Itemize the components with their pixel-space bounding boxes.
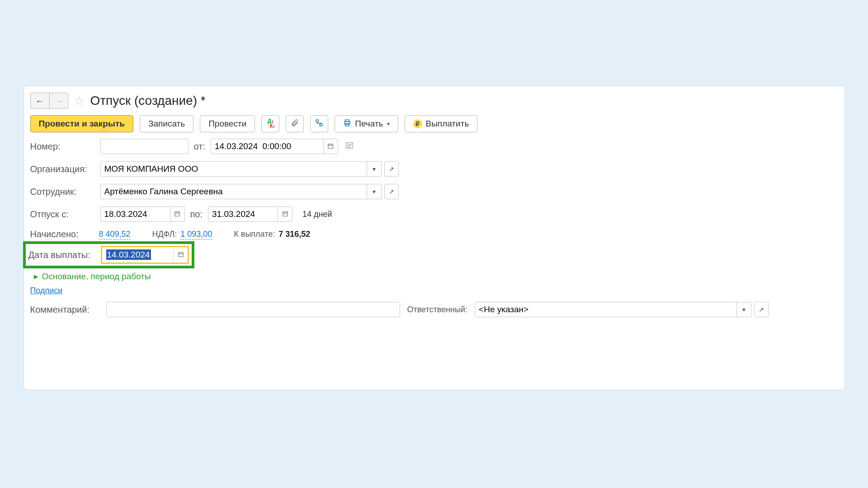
arrow-right-icon: → — [54, 96, 63, 106]
calendar-icon — [174, 211, 180, 218]
to-pay-label: К выплате: — [234, 230, 275, 239]
ndfl-label: НДФЛ: — [152, 230, 177, 239]
svg-rect-0 — [316, 120, 319, 122]
chevron-down-icon: ▾ — [742, 306, 745, 313]
svg-rect-5 — [328, 144, 333, 148]
external-icon: ↗ — [389, 188, 394, 195]
org-input[interactable] — [100, 161, 367, 177]
chevron-down-icon: ▾ — [373, 165, 376, 173]
chevron-down-icon: ▾ — [373, 188, 376, 195]
nav-back-button[interactable]: ← — [30, 93, 49, 109]
days-count: 14 дней — [302, 210, 332, 219]
toolbar: Провести и закрыть Записать Провести ДтК… — [28, 113, 840, 139]
employee-open-button[interactable]: ↗ — [384, 184, 399, 199]
print-button[interactable]: Печать ▾ — [335, 115, 398, 132]
vac-to-input[interactable] — [208, 206, 278, 222]
chevron-down-icon: ▾ — [387, 121, 390, 127]
comment-input[interactable] — [106, 302, 400, 317]
org-dropdown-button[interactable]: ▾ — [367, 161, 382, 177]
svg-rect-7 — [175, 211, 180, 216]
arrow-left-icon: ← — [35, 96, 44, 106]
paperclip-icon — [291, 119, 299, 129]
org-open-button[interactable]: ↗ — [384, 161, 399, 177]
responsible-label: Ответственный: — [407, 305, 468, 314]
post-button[interactable]: Провести — [200, 115, 255, 132]
vac-from-label: Отпуск с: — [30, 209, 100, 220]
form-body: Номер: от: Организация: ▾ ↗ — [28, 139, 840, 317]
debit-credit-button[interactable]: ДтКт — [261, 115, 279, 132]
pay-date-input[interactable]: 14.03.2024 — [104, 249, 171, 261]
pay-button[interactable]: ₽ Выплатить — [405, 115, 478, 132]
accrued-link[interactable]: 8 409,52 — [99, 230, 131, 239]
ruble-icon: ₽ — [413, 119, 422, 128]
external-icon: ↗ — [759, 306, 764, 313]
create-based-on-button[interactable] — [310, 115, 328, 132]
titlebar: ← → ☆ Отпуск (создание) * — [28, 92, 840, 113]
nav-forward-button[interactable]: → — [49, 93, 68, 109]
vac-from-calendar-button[interactable] — [170, 206, 185, 222]
basis-period-expand[interactable]: ▸ Основание, период работы — [34, 271, 838, 282]
to-pay-value: 7 316,52 — [278, 230, 310, 239]
chevron-right-icon: ▸ — [34, 271, 38, 282]
hierarchy-icon — [315, 119, 323, 129]
number-label: Номер: — [30, 141, 100, 152]
comment-label: Комментарий: — [30, 305, 99, 315]
svg-rect-9 — [178, 252, 183, 256]
responsible-input[interactable] — [475, 302, 737, 317]
from-label: от: — [194, 141, 205, 152]
doc-date-calendar-button[interactable] — [324, 139, 338, 154]
pay-date-label: Дата выплаты: — [28, 250, 101, 260]
calendar-icon — [327, 143, 334, 150]
save-button[interactable]: Записать — [140, 115, 193, 132]
ndfl-link[interactable]: 1 093,00 — [180, 230, 212, 239]
number-input[interactable] — [100, 139, 189, 154]
employee-dropdown-button[interactable]: ▾ — [367, 184, 382, 199]
accrued-label: Начислено: — [30, 229, 99, 239]
notes-icon[interactable] — [345, 142, 354, 151]
vacation-form-window: ← → ☆ Отпуск (создание) * Провести и зак… — [24, 86, 845, 390]
employee-label: Сотрудник: — [30, 187, 100, 197]
signatures-link[interactable]: Подписи — [30, 286, 63, 295]
printer-icon — [343, 119, 351, 129]
debit-credit-icon: ДтКт — [266, 119, 275, 129]
responsible-dropdown-button[interactable]: ▾ — [737, 302, 751, 317]
vac-to-calendar-button[interactable] — [278, 206, 292, 222]
to-label: по: — [190, 209, 203, 220]
calendar-icon — [178, 251, 184, 259]
calendar-icon — [282, 211, 288, 218]
post-and-close-button[interactable]: Провести и закрыть — [30, 115, 134, 132]
responsible-open-button[interactable]: ↗ — [754, 302, 769, 317]
external-icon: ↗ — [389, 165, 394, 173]
page-title: Отпуск (создание) * — [90, 94, 206, 108]
attach-button[interactable] — [286, 115, 304, 132]
favorite-star-icon[interactable]: ☆ — [74, 94, 85, 108]
employee-input[interactable] — [100, 184, 367, 199]
pay-date-calendar-button[interactable] — [175, 249, 186, 261]
svg-rect-8 — [283, 211, 288, 216]
svg-rect-1 — [320, 124, 322, 126]
org-label: Организация: — [30, 164, 100, 174]
doc-date-input[interactable] — [211, 139, 324, 154]
vac-from-input[interactable] — [100, 206, 170, 222]
pay-date-highlight: Дата выплаты: 14.03.2024 — [23, 241, 194, 268]
